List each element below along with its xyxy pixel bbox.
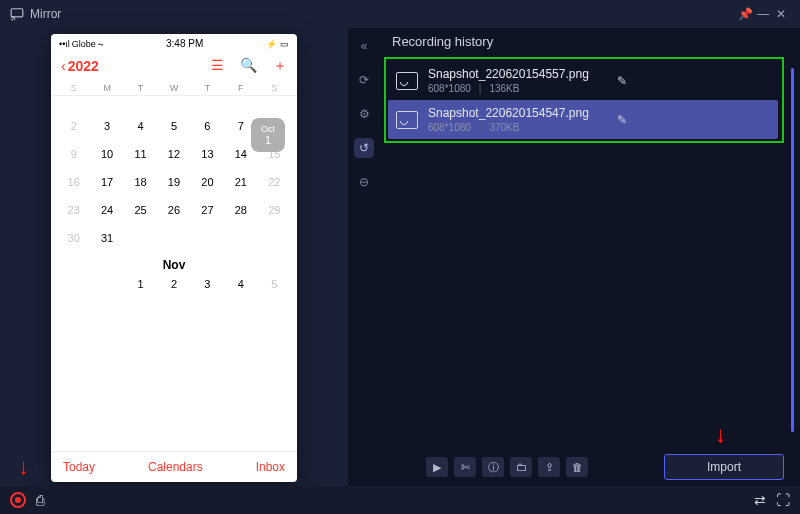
share-icon[interactable]: ⇪ (538, 457, 560, 477)
calendar-day (57, 278, 90, 290)
calendar-day[interactable]: 2 (57, 120, 90, 132)
settings-icon[interactable]: ⚙ (354, 104, 374, 124)
today-button[interactable]: Today (63, 460, 95, 474)
bottombar: ⎙ ⇄ ⛶ (0, 486, 800, 514)
calendar-day[interactable]: 24 (90, 204, 123, 216)
calendar-day (224, 232, 257, 244)
calendar-day (191, 232, 224, 244)
calendar-day[interactable]: 27 (191, 204, 224, 216)
calendar-day[interactable]: 21 (224, 176, 257, 188)
image-thumb-icon (396, 111, 418, 129)
record-button[interactable] (10, 492, 26, 508)
refresh-icon[interactable]: ⟳ (354, 70, 374, 90)
cut-icon[interactable]: ✄ (454, 457, 476, 477)
minimize-button[interactable]: ― (754, 7, 772, 21)
file-meta: 608*1080|370KB (428, 122, 589, 133)
month-badge-oct[interactable]: Oct 1 (251, 118, 285, 152)
calendar-day[interactable]: 30 (57, 232, 90, 244)
calendar-day[interactable]: 13 (191, 148, 224, 160)
collapse-icon[interactable]: « (354, 36, 374, 56)
file-meta: 608*1080|136KB (428, 83, 589, 94)
calendar-day[interactable]: 20 (191, 176, 224, 188)
calendar-day (90, 278, 123, 290)
app-title: Mirror (30, 7, 61, 21)
calendar-day[interactable]: 16 (57, 176, 90, 188)
calendar-day[interactable]: 18 (124, 176, 157, 188)
history-title: Recording history (392, 34, 784, 49)
close-button[interactable]: ✕ (772, 7, 790, 21)
inbox-button[interactable]: Inbox (256, 460, 285, 474)
battery-icon: ⚡ ▭ (266, 39, 289, 49)
fullscreen-icon[interactable]: ⛶ (776, 492, 790, 508)
calendar-day[interactable]: 2 (157, 278, 190, 290)
side-rail: « ⟳ ⚙ ↺ ⊖ (348, 28, 380, 486)
calendar-day[interactable]: 3 (90, 120, 123, 132)
calendar-header: ‹ 2022 ☰ 🔍 ＋ (51, 53, 297, 81)
recording-history: Recording history Snapshot_220620154557.… (380, 28, 800, 486)
calendar-day[interactable]: 23 (57, 204, 90, 216)
badge-day: 1 (265, 134, 271, 146)
calendar-day[interactable]: 9 (57, 148, 90, 160)
calendar-day[interactable]: 4 (224, 278, 257, 290)
minus-icon[interactable]: ⊖ (354, 172, 374, 192)
calendar-day[interactable]: 25 (124, 204, 157, 216)
calendar-footer: Today Calendars Inbox (51, 451, 297, 482)
calendar-day[interactable]: 5 (258, 278, 291, 290)
calendar-day[interactable]: 29 (258, 204, 291, 216)
titlebar: Mirror 📌 ― ✕ (0, 0, 800, 28)
calendar-day[interactable]: 4 (124, 120, 157, 132)
file-name: Snapshot_220620154557.png (428, 67, 589, 81)
scrollbar[interactable] (791, 68, 794, 432)
calendar-day[interactable]: 11 (124, 148, 157, 160)
search-icon[interactable]: 🔍 (240, 57, 257, 75)
highlight-box: Snapshot_220620154557.png 608*1080|136KB… (384, 57, 784, 143)
calendar-day[interactable]: 5 (157, 120, 190, 132)
import-button[interactable]: Import (664, 454, 784, 480)
month-label-nov: Nov (57, 258, 291, 272)
snapshot-button[interactable]: ⎙ (36, 492, 44, 508)
phone-statusbar: ••ıl Globe ⏦ 3:48 PM ⚡ ▭ (51, 34, 297, 53)
calendar-day[interactable]: 19 (157, 176, 190, 188)
edit-icon[interactable]: ✎ (617, 113, 627, 127)
calendar-day[interactable]: 17 (90, 176, 123, 188)
calendar-day[interactable]: 12 (157, 148, 190, 160)
phone-screen[interactable]: ••ıl Globe ⏦ 3:48 PM ⚡ ▭ ‹ 2022 ☰ 🔍 ＋ SM… (51, 34, 297, 482)
calendar-day[interactable]: 3 (191, 278, 224, 290)
folder-icon[interactable]: 🗀 (510, 457, 532, 477)
year-back-button[interactable]: ‹ 2022 (61, 58, 99, 74)
status-time: 3:48 PM (166, 38, 203, 49)
weekday-header: SMTWTFS (51, 81, 297, 96)
pin-button[interactable]: 📌 (736, 7, 754, 21)
calendar-day[interactable]: 6 (191, 120, 224, 132)
calendar-day[interactable]: 22 (258, 176, 291, 188)
calendar-day[interactable]: 1 (124, 278, 157, 290)
calendars-button[interactable]: Calendars (148, 460, 203, 474)
delete-icon[interactable]: 🗑 (566, 457, 588, 477)
file-row[interactable]: Snapshot_220620154557.png 608*1080|136KB… (388, 61, 778, 100)
month-november: Nov 12345 (51, 248, 297, 294)
file-row[interactable]: Snapshot_220620154547.png 608*1080|370KB… (388, 100, 778, 139)
signal-icon: ••ıl Globe ⏦ (59, 39, 103, 49)
add-event-icon[interactable]: ＋ (273, 57, 287, 75)
badge-month: Oct (261, 124, 275, 134)
play-icon[interactable]: ▶ (426, 457, 448, 477)
calendar-day (157, 232, 190, 244)
file-name: Snapshot_220620154547.png (428, 106, 589, 120)
action-toolbar: ▶ ✄ ⓘ 🗀 ⇪ 🗑 Import (426, 454, 784, 480)
edit-icon[interactable]: ✎ (617, 74, 627, 88)
image-thumb-icon (396, 72, 418, 90)
calendar-day[interactable]: 10 (90, 148, 123, 160)
phone-mirror-pane: ••ıl Globe ⏦ 3:48 PM ⚡ ▭ ‹ 2022 ☰ 🔍 ＋ SM… (0, 28, 348, 486)
calendar-day (124, 232, 157, 244)
calendar-day (258, 232, 291, 244)
adjust-icon[interactable]: ⇄ (754, 492, 766, 508)
info-icon[interactable]: ⓘ (482, 457, 504, 477)
calendar-day[interactable]: 26 (157, 204, 190, 216)
calendar-day[interactable]: 31 (90, 232, 123, 244)
right-panel: « ⟳ ⚙ ↺ ⊖ Recording history Snapshot_220… (348, 28, 800, 486)
history-icon[interactable]: ↺ (354, 138, 374, 158)
svg-rect-0 (11, 9, 23, 17)
app-logo: Mirror (10, 7, 61, 21)
list-view-icon[interactable]: ☰ (211, 57, 224, 75)
calendar-day[interactable]: 28 (224, 204, 257, 216)
